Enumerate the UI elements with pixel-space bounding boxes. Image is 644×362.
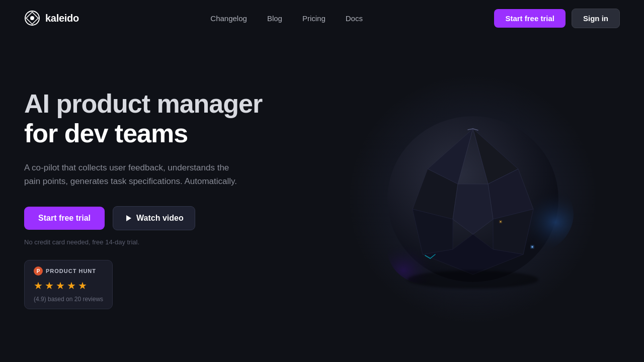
ph-rating-text: (4.9) based on 20 reviews [34,296,103,303]
hero-content: AI product manager for dev teams A co-pi… [24,89,286,310]
logo-text: kaleido [45,13,79,24]
watch-video-label: Watch video [136,214,184,223]
play-icon [124,214,132,222]
hero-start-trial-button[interactable]: Start free trial [24,207,105,230]
nav-links: Changelog Blog Pricing Docs [210,14,363,23]
svg-point-6 [532,246,533,248]
hero-title-line1: AI product manager [24,89,286,119]
nav-changelog[interactable]: Changelog [210,14,247,23]
hero-title: AI product manager for dev teams [24,89,286,149]
ph-header: P PRODUCT HUNT [34,266,103,276]
shape-svg [372,104,574,295]
ph-stars: ★ ★ ★ ★ ★ [34,280,103,292]
logo[interactable]: kaleido [24,10,79,26]
navbar: kaleido Changelog Blog Pricing Docs Star… [0,0,644,36]
star-1: ★ [34,280,43,292]
hero-section: AI product manager for dev teams A co-pi… [0,36,644,362]
hero-note: No credit card needed, free 14-day trial… [24,238,286,246]
hero-visual [302,36,644,362]
nav-actions: Start free trial Sign in [494,9,620,28]
play-triangle [126,215,131,221]
ph-logo: P [34,266,43,276]
star-2: ★ [45,280,54,292]
hero-watch-video-button[interactable]: Watch video [113,206,195,230]
svg-point-1 [30,16,34,20]
producthunt-badge: P PRODUCT HUNT ★ ★ ★ ★ ★ (4.9) based on … [24,260,113,309]
nav-blog[interactable]: Blog [267,14,282,23]
nav-pricing[interactable]: Pricing [302,14,326,23]
hero-buttons: Start free trial Watch video [24,206,286,230]
svg-point-8 [500,221,501,222]
hero-title-line2: for dev teams [24,119,286,149]
star-3: ★ [56,280,65,292]
star-5: ★ [78,280,87,292]
abstract-shape [372,104,574,295]
nav-start-trial-button[interactable]: Start free trial [494,9,566,28]
nav-sign-in-button[interactable]: Sign in [572,9,620,28]
hero-subtitle: A co-pilot that collects user feedback, … [24,161,246,188]
logo-icon [24,10,40,26]
ph-name: PRODUCT HUNT [46,268,96,274]
star-4: ★ [67,280,76,292]
nav-docs[interactable]: Docs [346,14,363,23]
svg-point-9 [408,270,538,289]
